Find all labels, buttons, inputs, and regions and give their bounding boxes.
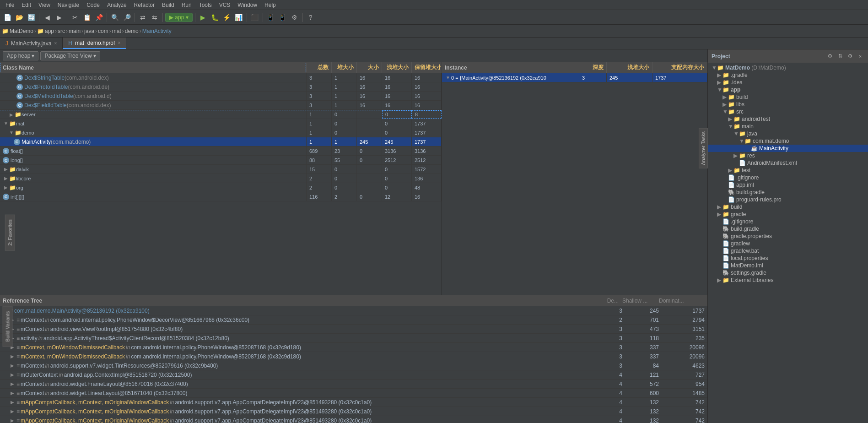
tab-mat-demo-hprof[interactable]: H mat_demo.hprof × <box>63 38 126 49</box>
menu-refactor[interactable]: Refactor <box>130 1 158 9</box>
stop-btn[interactable]: ⬛ <box>249 12 260 23</box>
project-gear-btn[interactable]: ⚙ <box>846 52 854 60</box>
tree-item-idea[interactable]: ▶ 📁 .idea <box>708 79 868 86</box>
coverage-btn[interactable]: ⚡ <box>221 12 232 23</box>
open-btn[interactable]: 📂 <box>14 12 25 23</box>
tree-item-gitignore-app[interactable]: 📄 .gitignore <box>708 174 868 181</box>
table-row[interactable]: ▶ 📁 libcore 2 0 0 136 <box>0 174 442 183</box>
table-row[interactable]: C float[] 689 23 0 3136 3136 <box>0 146 442 156</box>
table-row[interactable]: ▶ 📁 org 2 0 0 48 <box>0 183 442 192</box>
paste-btn[interactable]: 📌 <box>93 12 104 23</box>
tree-item-settings-gradle[interactable]: 🐘 settings.gradle <box>708 269 868 277</box>
device-btn[interactable]: 📱 <box>265 12 276 23</box>
menu-help[interactable]: Help <box>261 1 280 9</box>
table-row[interactable]: ▼ 📁 demo 1 0 0 1737 <box>0 128 442 137</box>
table-row[interactable]: CDex$ProtoIdTable (com.android.de) 3 1 1… <box>0 82 442 92</box>
col-sizeof[interactable]: 大小 <box>357 62 382 73</box>
breadcrumb-mat[interactable]: mat <box>112 28 121 34</box>
analyzer-tasks-tab[interactable]: Analyzer Tasks <box>699 128 708 168</box>
package-tree-view-dropdown[interactable]: Package Tree View ▾ <box>40 51 100 60</box>
tree-item-com-mat-demo[interactable]: ▼ 📁 com.mat.demo <box>708 137 868 145</box>
table-row[interactable]: CDex$StringTable (com.android.dex) 3 1 1… <box>0 73 442 82</box>
profile-btn[interactable]: 📊 <box>233 12 244 23</box>
favorites-tab[interactable]: 2: Favorites <box>5 214 15 250</box>
ref-tree-row[interactable]: ▶ ≡ mAppCompatCallback, mContext, mOrigi… <box>0 416 707 423</box>
table-row[interactable]: CDex$MethodIdTable (com.android.d) 3 1 1… <box>0 92 442 101</box>
tree-item-androidtest[interactable]: ▶ 📁 androidTest <box>708 115 868 123</box>
col-heap[interactable]: 堆大小 <box>332 62 357 73</box>
col-total[interactable]: 总数 <box>307 62 332 73</box>
menu-view[interactable]: View <box>35 1 54 9</box>
breadcrumb-main[interactable]: main <box>69 28 81 34</box>
breadcrumb-src[interactable]: src <box>58 28 65 34</box>
menu-window[interactable]: Window <box>234 1 261 9</box>
run-btn[interactable]: ▶ <box>198 12 209 23</box>
build-variants-tab[interactable]: Build Variants <box>3 306 13 347</box>
menu-code[interactable]: Code <box>83 1 103 9</box>
tree-item-app-build[interactable]: ▶ 📁 build <box>708 93 868 101</box>
ref-tree-row[interactable]: ▶ ≡ mContext in com.android.internal.pol… <box>0 315 707 325</box>
tree-item-libs[interactable]: ▶ 📁 libs <box>708 101 868 108</box>
step2-btn[interactable]: ⇆ <box>149 12 160 23</box>
breadcrumb-app[interactable]: 📁 app <box>37 28 54 34</box>
col-shallow[interactable]: 浅堆大小 <box>382 62 412 73</box>
ref-tree-row[interactable]: ▶ ≡ mAppCompatCallback, mContext, mOrigi… <box>0 407 707 416</box>
tree-item-test[interactable]: ▶ 📁 test <box>708 167 868 174</box>
tree-item-androidmanifest[interactable]: 📄 AndroidManifest.xml <box>708 159 868 167</box>
instance-row[interactable]: ▼ 0 = {MainActivity@852136192 (0x32ca910… <box>442 73 707 82</box>
ref-tree-row[interactable]: ▶ ≡ mContext in android.widget.FrameLayo… <box>0 380 707 389</box>
table-row[interactable]: C long[] 88 55 0 2512 2512 <box>0 156 442 165</box>
tree-item-gitignore-root[interactable]: 📄 .gitignore <box>708 218 868 225</box>
run-app-btn[interactable]: ▶ app ▾ <box>165 13 193 22</box>
back-btn[interactable]: ◀ <box>42 12 53 23</box>
menu-run[interactable]: Run <box>178 1 195 9</box>
col-retain[interactable]: 保留堆大小 <box>412 62 442 73</box>
table-row[interactable]: ▶ 📁 server 1 0 0 8 <box>0 110 442 119</box>
sdk-btn[interactable]: ⚙ <box>289 12 300 23</box>
tree-item-main[interactable]: ▼ 📁 main <box>708 123 868 130</box>
breadcrumb-java[interactable]: java <box>84 28 94 34</box>
table-row[interactable]: ▶ 📁 dalvik 15 0 0 1572 <box>0 165 442 174</box>
close-tab-hprof[interactable]: × <box>118 40 120 45</box>
menu-file[interactable]: File <box>2 1 18 9</box>
table-row[interactable]: ▼ 📁 mat 1 0 0 1737 <box>0 119 442 128</box>
table-row-selected[interactable]: C MainActivity (com.mat.demo) 1 1 245 24… <box>0 137 442 146</box>
tab-mainactivity-java[interactable]: J MainActivity.java × <box>0 38 63 49</box>
menu-build[interactable]: Build <box>158 1 178 9</box>
project-settings-btn[interactable]: ⚙ <box>826 52 834 60</box>
sync-btn[interactable]: 🔄 <box>26 12 37 23</box>
tree-item-matdemo-iml[interactable]: 📄 MatDemo.iml <box>708 262 868 269</box>
project-sort-btn[interactable]: ⇅ <box>836 52 844 60</box>
tree-item-gradle-hidden[interactable]: ▶ 📁 .gradle <box>708 71 868 79</box>
breadcrumb-mainactivity[interactable]: MainActivity <box>142 28 172 34</box>
ref-tree-row[interactable]: ▶ ≡ mContext in android.view.ViewRootImp… <box>0 325 707 334</box>
col-dominating-size[interactable]: 支配内存大小 <box>652 62 707 73</box>
avd-btn[interactable]: 📱 <box>277 12 288 23</box>
help-btn[interactable]: ? <box>305 12 316 23</box>
menu-analyze[interactable]: Analyze <box>103 1 130 9</box>
tree-item-root-build[interactable]: ▶ 📁 build <box>708 203 868 211</box>
tree-item-build-gradle-app[interactable]: 🐘 build.gradle <box>708 189 868 196</box>
find2-btn[interactable]: 🔎 <box>121 12 132 23</box>
ref-tree-row[interactable]: ▶ ≡ mContext in android.widget.LinearLay… <box>0 389 707 398</box>
tree-item-res[interactable]: ▶ 📁 res <box>708 152 868 159</box>
tree-item-local-properties[interactable]: 📄 local.properties <box>708 255 868 262</box>
tree-item-app[interactable]: ▼ 📁 app <box>708 86 868 93</box>
col-depth[interactable]: 深度 <box>579 62 607 73</box>
copy-btn[interactable]: 📋 <box>81 12 92 23</box>
ref-tree-row[interactable]: ▶ ≡ mContext in android.support.v7.widge… <box>0 361 707 370</box>
close-tab-java[interactable]: × <box>54 41 57 46</box>
tree-item-external-libraries[interactable]: ▶ 📁 External Libraries <box>708 277 868 284</box>
find-btn[interactable]: 🔍 <box>109 12 120 23</box>
table-row[interactable]: CDex$FieldIdTable (com.android.dex) 3 1 … <box>0 101 442 110</box>
col-shallow-size[interactable]: 浅堆大小 <box>607 62 652 73</box>
debug-btn[interactable]: 🐛 <box>210 12 221 23</box>
new-file-btn[interactable]: 📄 <box>2 12 13 23</box>
tree-item-src[interactable]: ▼ 📁 src <box>708 108 868 115</box>
menu-tools[interactable]: Tools <box>195 1 216 9</box>
ref-tree-row[interactable]: ▶ ≡ mContext, mOnWindowDismissedCallback… <box>0 352 707 361</box>
cut-btn[interactable]: ✂ <box>70 12 81 23</box>
tree-item-java[interactable]: ▼ 📁 java <box>708 130 868 137</box>
tree-item-app-iml[interactable]: 📄 app.iml <box>708 181 868 189</box>
menu-edit[interactable]: Edit <box>18 1 35 9</box>
